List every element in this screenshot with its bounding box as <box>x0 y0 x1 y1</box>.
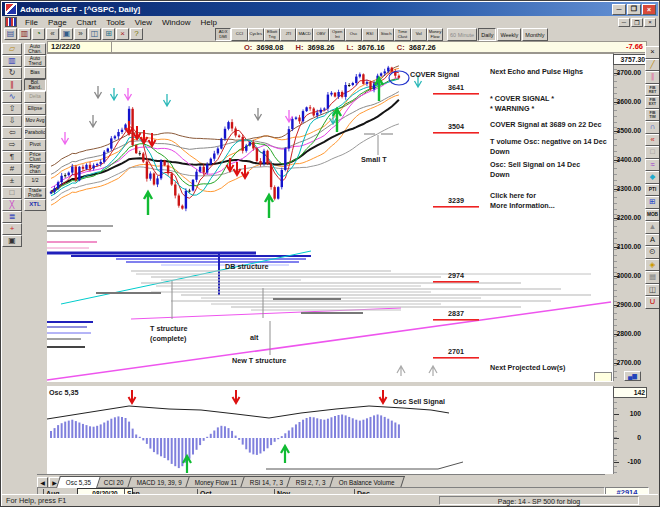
snapshot-icon[interactable]: ▣ <box>2 235 22 247</box>
main-chart-plot[interactable]: 364135043239297428372701COVER SignalNext… <box>47 54 613 382</box>
delete-x-tool[interactable]: × <box>645 46 660 59</box>
ellipse-tool[interactable]: ∩ <box>645 121 660 134</box>
timeframe-monthly[interactable]: Monthly <box>522 28 547 41</box>
templates-icon[interactable]: ▥ <box>2 55 22 67</box>
sidebar-study-xtl[interactable]: XTL <box>24 199 46 211</box>
sidebar-study-pivot[interactable]: Pivot <box>24 139 46 151</box>
link-windows-icon[interactable]: ⊞ <box>102 28 115 40</box>
zoom-tool[interactable]: ⊙ <box>645 246 660 259</box>
child-close-button[interactable]: × <box>644 18 656 27</box>
blank-box-icon[interactable]: □ <box>2 187 22 199</box>
sidebar-study-bias[interactable]: Bias <box>24 67 46 79</box>
expansion-tool[interactable]: « <box>645 134 660 147</box>
menu-file[interactable]: File <box>20 18 43 27</box>
sidebar-study-price-clust[interactable]: Price Clust <box>24 151 46 163</box>
pages-tool[interactable]: ◫ <box>645 284 660 297</box>
grid-tool[interactable]: ▦ <box>645 271 660 284</box>
fib-retracement-tool[interactable]: FIBRET <box>645 84 660 97</box>
menu-help[interactable]: Help <box>195 18 221 27</box>
sidebar-study-auto-trend[interactable]: Auto Trend <box>24 55 46 67</box>
more-information-link[interactable]: Click here for <box>490 191 536 200</box>
fib-time-tool[interactable]: FIBTIM <box>645 109 660 122</box>
study-button-cci[interactable]: CCI <box>231 28 247 41</box>
oscillator-panel[interactable]: Osc 5,35Osc Sell Signal <box>47 386 613 474</box>
sidebar-study-trade-profile[interactable]: Trade Profile <box>24 187 46 199</box>
price-chart-panel[interactable]: 364135043239297428372701COVER SignalNext… <box>47 53 613 382</box>
study-button-elliott-trig[interactable]: ElliottTrig <box>264 28 280 41</box>
study-button-obv[interactable]: OBV <box>313 28 329 41</box>
sidebar-study-parabolic[interactable]: Parabolic <box>24 127 46 139</box>
sidebar-study-regr-chan[interactable]: Regr chan <box>24 163 46 175</box>
prev-page-icon[interactable]: « <box>46 28 59 40</box>
text-tool[interactable]: A <box>645 234 660 247</box>
gem-tool[interactable]: ◆ <box>645 171 660 184</box>
more-information-link[interactable]: More Information... <box>490 201 555 210</box>
menu-tools[interactable]: Tools <box>101 18 130 27</box>
study-button-rsi[interactable]: RSI <box>362 28 378 41</box>
close-button[interactable]: × <box>642 4 656 15</box>
help-icon[interactable]: ? <box>130 28 143 40</box>
up-arrow-icon[interactable]: ⇧ <box>2 103 22 115</box>
menu-page[interactable]: Page <box>43 18 72 27</box>
menu-window[interactable]: Window <box>157 18 195 27</box>
study-button-vol[interactable]: Vol <box>411 28 427 41</box>
child-minimize-button[interactable]: ─ <box>618 18 630 27</box>
study-button-adx-dmi[interactable]: ADXDMI <box>215 28 231 41</box>
open-folder-icon[interactable]: ▱ <box>2 43 22 55</box>
delete-icon[interactable]: × <box>116 28 129 40</box>
study-button-cycles[interactable]: Cycles <box>248 28 264 41</box>
right-arrow-icon[interactable]: ⇨ <box>2 139 22 151</box>
scale-icon[interactable]: ± <box>2 175 22 187</box>
tab-osc-5-35[interactable]: Osc 5,35 <box>56 476 101 488</box>
pyramid-tool[interactable]: ▲ <box>645 221 660 234</box>
trendlines-tool[interactable]: ∥ <box>645 71 660 84</box>
next-page-icon[interactable]: » <box>74 28 87 40</box>
pti-tool[interactable]: PTI <box>645 184 660 197</box>
menu-view[interactable]: View <box>130 18 157 27</box>
sidebar-study-mov-avg[interactable]: Mov Avg <box>24 115 46 127</box>
crosshair-icon[interactable]: + <box>2 223 22 235</box>
child-restore-button[interactable]: ❐ <box>631 18 643 27</box>
toolbar-study-group: ADXDMICCICyclesElliottTrigJTIMACDOBVOpen… <box>215 28 443 41</box>
underline-u-tool[interactable]: U <box>645 296 660 309</box>
study-button-jti[interactable]: JTI <box>280 28 296 41</box>
down-arrow-icon[interactable]: ⇩ <box>2 115 22 127</box>
oscillator-plot[interactable]: Osc 5,35Osc Sell Signal <box>47 386 613 474</box>
timeframe-daily[interactable]: Daily <box>478 28 496 41</box>
box-tool[interactable]: □ <box>645 146 660 159</box>
elliott-waves-icon[interactable]: ∿ <box>2 91 22 103</box>
chart-window-icon[interactable]: ▥ <box>18 28 31 40</box>
mob-tool[interactable]: MOB <box>645 209 660 222</box>
study-button-macd[interactable]: MACD <box>296 28 312 41</box>
timeframe-weekly[interactable]: Weekly <box>497 28 521 41</box>
wave-tool[interactable]: ≈ <box>645 159 660 172</box>
sidebar-study-ellipse[interactable]: Ellipse <box>24 103 46 115</box>
refresh-icon[interactable]: ◔ <box>32 28 45 40</box>
pages-icon[interactable]: ▣ <box>60 28 73 40</box>
study-button-stoch[interactable]: Stoch <box>378 28 394 41</box>
pencil-tool[interactable]: ╱ <box>645 59 660 72</box>
page-setup-icon[interactable]: ▤ <box>4 28 17 40</box>
tile-windows-icon[interactable]: ◫ <box>88 28 101 40</box>
wave-labels-icon[interactable]: ¶ <box>2 151 22 163</box>
study-button-time-clust[interactable]: TimeClust <box>394 28 410 41</box>
menu-chart[interactable]: Chart <box>72 18 102 27</box>
maximize-button[interactable]: ❐ <box>627 4 641 15</box>
bar-style-icon[interactable]: ∥ <box>2 79 22 91</box>
lines-icon[interactable]: ╳ <box>2 199 22 211</box>
fib-extension-tool[interactable]: FIBEXT <box>645 96 660 109</box>
sidebar-study-auto-chan-[interactable]: Auto Chan. <box>24 43 46 55</box>
sidebar-study-bol-band-[interactable]: Bol. Band. <box>24 79 46 91</box>
fib-values-icon[interactable]: # <box>2 163 22 175</box>
table-tool[interactable]: ⊞ <box>645 196 660 209</box>
minimize-button[interactable]: ─ <box>612 4 626 15</box>
study-button-money-flow[interactable]: MoneyFlow <box>427 28 443 41</box>
palette-tool[interactable]: ◈ <box>645 259 660 272</box>
left-arrow-icon[interactable]: ⇦ <box>2 127 22 139</box>
multi-line-icon[interactable]: ≣ <box>2 211 22 223</box>
study-button-osc[interactable]: Osc <box>345 28 361 41</box>
restore-study-button[interactable]: ▄▆ <box>624 371 641 381</box>
auto-run-icon[interactable]: ↻ <box>2 67 22 79</box>
study-button-open-int[interactable]: OpenInt <box>329 28 345 41</box>
sidebar-study-1-2[interactable]: 1/2 <box>24 175 46 187</box>
